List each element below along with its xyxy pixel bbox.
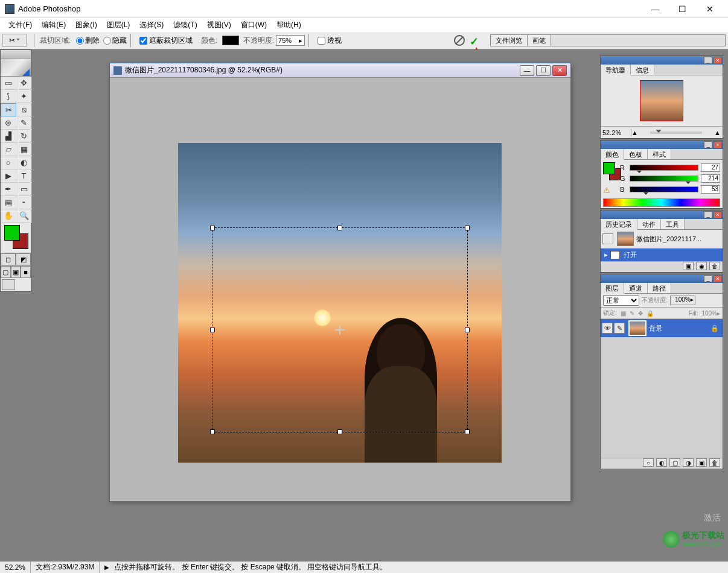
lasso-tool[interactable]: ⟆: [1, 90, 16, 103]
layer-name[interactable]: 背景: [649, 324, 710, 333]
lock-all-icon[interactable]: 🔒: [647, 310, 654, 317]
layer-thumbnail[interactable]: [628, 320, 647, 336]
pen-tool[interactable]: ✒: [1, 183, 16, 196]
panel-minimize-button[interactable]: _: [704, 275, 712, 282]
navigator-zoom-value[interactable]: 52.2%: [602, 129, 631, 136]
slice-tool[interactable]: ⧅: [16, 103, 32, 116]
brushes-tab[interactable]: 画笔: [528, 35, 551, 46]
zoom-in-icon[interactable]: ▲: [714, 129, 721, 136]
paths-tab[interactable]: 路径: [648, 283, 671, 293]
blend-mode-select[interactable]: 正常: [603, 295, 639, 306]
standard-mode-button[interactable]: ◻: [1, 253, 16, 265]
crop-handle-tm[interactable]: [337, 226, 342, 230]
zoom-tool[interactable]: 🔍: [16, 209, 32, 223]
zoom-out-icon[interactable]: ▲: [631, 129, 638, 136]
crop-handle-mr[interactable]: [465, 328, 470, 332]
cancel-crop-icon[interactable]: [454, 35, 465, 46]
crop-handle-bl[interactable]: [210, 429, 215, 434]
toolbox-header[interactable]: [1, 50, 31, 59]
shield-checkbox[interactable]: [139, 37, 147, 45]
eyedropper-tool[interactable]: ⁃: [16, 196, 32, 209]
menu-layer[interactable]: 图层(L): [102, 20, 135, 30]
crop-handle-tr[interactable]: [465, 226, 470, 230]
menu-filter[interactable]: 滤镜(T): [168, 20, 202, 30]
menu-select[interactable]: 选择(S): [135, 20, 168, 30]
info-tab[interactable]: 信息: [631, 65, 654, 75]
close-button[interactable]: ✕: [696, 1, 723, 17]
notes-tool[interactable]: ▤: [1, 196, 16, 209]
history-brush-tool[interactable]: ↻: [16, 130, 32, 143]
crop-hide-radio[interactable]: [103, 37, 111, 45]
menu-edit[interactable]: 编辑(E): [37, 20, 71, 30]
history-step-open[interactable]: ▸ 打开: [601, 249, 723, 261]
move-tool[interactable]: ✥: [16, 77, 32, 90]
new-doc-from-state-button[interactable]: ▣: [683, 262, 694, 270]
maximize-button[interactable]: ☐: [669, 1, 696, 17]
doc-minimize-button[interactable]: —: [520, 65, 534, 76]
crop-handle-br[interactable]: [465, 429, 470, 434]
r-slider[interactable]: [630, 165, 698, 171]
lock-paint-icon[interactable]: ✎: [630, 310, 634, 317]
crop-handle-tl[interactable]: [210, 226, 215, 230]
status-play-icon[interactable]: ▶: [104, 564, 109, 571]
lock-transparency-icon[interactable]: ▦: [621, 310, 626, 317]
status-doc-size[interactable]: 文档:2.93M/2.93M: [31, 562, 100, 573]
screen-full-menu-button[interactable]: ▣: [11, 266, 21, 278]
new-set-button[interactable]: ▢: [669, 458, 680, 467]
gamut-warning-icon[interactable]: ⚠: [603, 186, 610, 195]
r-value[interactable]: 27: [701, 163, 720, 172]
canvas[interactable]: [178, 143, 502, 463]
menu-file[interactable]: 文件(F): [4, 20, 37, 30]
panel-close-button[interactable]: ×: [714, 141, 722, 148]
history-brush-source-icon[interactable]: [602, 233, 613, 244]
crop-handle-bm[interactable]: [337, 429, 342, 434]
tools-tab[interactable]: 工具: [661, 219, 685, 229]
heal-tool[interactable]: ⊛: [1, 116, 16, 130]
minimize-button[interactable]: —: [642, 1, 669, 17]
delete-state-button[interactable]: 🗑: [709, 262, 720, 270]
foreground-color[interactable]: [4, 225, 20, 241]
doc-close-button[interactable]: ✕: [552, 65, 567, 76]
navigator-zoom-slider[interactable]: [650, 131, 702, 134]
swatches-tab[interactable]: 色板: [624, 149, 648, 159]
wand-tool[interactable]: ✦: [16, 90, 32, 103]
color-tab[interactable]: 颜色: [601, 149, 624, 160]
screen-full-button[interactable]: ■: [21, 266, 31, 278]
menu-view[interactable]: 视图(V): [202, 20, 236, 30]
layer-link-icon[interactable]: ✎: [614, 323, 625, 334]
path-select-tool[interactable]: ▶: [1, 169, 16, 183]
crop-handle-ml[interactable]: [210, 328, 215, 332]
file-browser-tab[interactable]: 文件浏览: [491, 35, 528, 46]
new-layer-button[interactable]: ▣: [696, 458, 707, 467]
navigator-tab[interactable]: 导航器: [601, 65, 631, 75]
navigator-thumbnail[interactable]: [640, 80, 683, 121]
jump-imageready-button[interactable]: [2, 279, 15, 290]
adjustment-layer-button[interactable]: ◑: [683, 458, 694, 467]
panel-close-button[interactable]: ×: [714, 57, 722, 64]
crop-tool-indicator[interactable]: ✂: [2, 34, 27, 47]
color-picker[interactable]: [1, 223, 31, 253]
layer-visibility-icon[interactable]: 👁: [602, 323, 613, 334]
doc-maximize-button[interactable]: ☐: [536, 65, 551, 76]
commit-crop-icon[interactable]: ✓: [470, 35, 481, 46]
b-value[interactable]: 53: [701, 185, 720, 194]
shape-tool[interactable]: ▭: [16, 183, 32, 196]
fill-value[interactable]: 100%▸: [701, 310, 720, 317]
new-snapshot-button[interactable]: ◉: [696, 262, 707, 270]
menu-help[interactable]: 帮助(H): [272, 20, 306, 30]
layer-style-button[interactable]: ○: [643, 458, 654, 467]
crop-center-icon[interactable]: [335, 325, 345, 335]
color-spectrum[interactable]: [603, 198, 720, 207]
type-tool[interactable]: T: [16, 169, 32, 183]
delete-layer-button[interactable]: 🗑: [709, 458, 720, 467]
g-value[interactable]: 214: [701, 174, 720, 183]
eraser-tool[interactable]: ▱: [1, 143, 16, 156]
menu-image[interactable]: 图象(I): [71, 20, 101, 30]
perspective-checkbox[interactable]: [318, 37, 325, 45]
lock-position-icon[interactable]: ✥: [638, 310, 643, 317]
panel-minimize-button[interactable]: _: [704, 141, 712, 148]
panel-close-button[interactable]: ×: [714, 211, 722, 218]
styles-tab[interactable]: 样式: [648, 149, 671, 159]
blur-tool[interactable]: ○: [1, 156, 16, 169]
shield-color-swatch[interactable]: [222, 36, 239, 45]
